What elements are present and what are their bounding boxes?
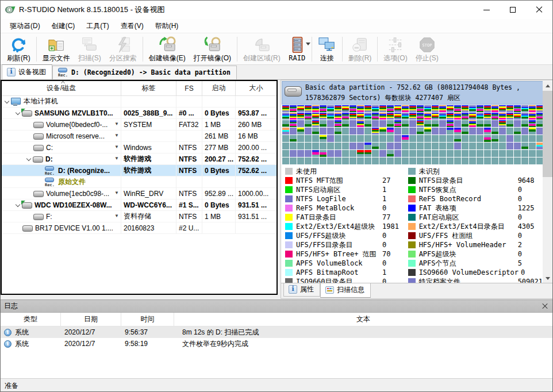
close-button[interactable]	[526, 1, 552, 19]
map-cell	[402, 150, 409, 157]
scan-button[interactable]: 扫描(S)	[74, 34, 105, 64]
map-cell	[409, 135, 416, 142]
map-cell	[484, 150, 491, 157]
create-region-button[interactable]: 创建区域(R)	[239, 34, 285, 64]
volume-dropdown-icon[interactable]: ▼	[114, 121, 119, 126]
tab-scan-info[interactable]: 扫描信息	[320, 283, 371, 298]
map-cell	[469, 157, 476, 164]
log-text-cell: 文件枚举在9秒内完成	[174, 338, 552, 349]
device-row[interactable]: WDC WD10EZEX-08W...WD-WCC6Y6...#1 S...0 …	[2, 199, 276, 211]
stop-button[interactable]: STOP 停止(S)	[412, 34, 443, 64]
column-header-size[interactable]: 大小	[236, 81, 276, 95]
column-header-fs[interactable]: FS	[176, 81, 202, 95]
show-files-button[interactable]: 显示文件	[39, 34, 74, 64]
legend-count: 1	[382, 186, 386, 194]
map-cell	[462, 120, 468, 127]
legend-swatch	[408, 214, 416, 221]
map-cell	[327, 135, 334, 142]
map-cell	[394, 143, 401, 149]
map-cell	[342, 157, 349, 164]
log-close-button[interactable]	[541, 302, 549, 310]
volume-dropdown-icon[interactable]: ▼	[114, 213, 119, 218]
device-row[interactable]: 本地计算机	[2, 96, 276, 107]
device-name: D:	[45, 155, 53, 163]
scan-legend: 未使用NTFS MFT范围27NTFS启动扇区1NTFS LogFile1ReF…	[282, 164, 544, 283]
map-cell	[499, 150, 506, 157]
device-row[interactable]: D:▼软件游戏NTFS200.27 ...752.62 ...	[2, 153, 276, 165]
map-cell	[350, 105, 356, 112]
device-row[interactable]: SAMSUNG MZVLB1T0...0025_388B_9...#0 ...0…	[2, 107, 276, 119]
raid-button[interactable]: RAID	[285, 34, 310, 64]
scrollbar[interactable]	[543, 81, 552, 283]
tab-device-view[interactable]: 设备视图	[2, 64, 52, 79]
device-row[interactable]: F:▼资料存储NTFS1 MB931.51 ...	[2, 211, 276, 222]
minimize-button[interactable]	[473, 1, 500, 19]
delete-button[interactable]: 删除(R)	[344, 34, 376, 64]
column-header-boot[interactable]: 启动	[202, 81, 236, 95]
window-controls	[473, 1, 552, 19]
device-row[interactable]: BR17 DEVICE V1.00 1....20160823#2 U...	[2, 222, 276, 234]
scroll-up-icon[interactable]	[543, 81, 552, 91]
toolbar-separator	[312, 37, 312, 62]
stop-icon: STOP	[418, 36, 436, 54]
scrollbar-thumb[interactable]	[543, 91, 552, 177]
log-row[interactable]: 系统2020/12/79:58:19文件枚举在9秒内完成	[1, 338, 552, 349]
map-cell	[364, 143, 371, 149]
menu-create[interactable]: 创建(C)	[46, 20, 81, 33]
column-header-device[interactable]: 设备/磁盘	[2, 81, 121, 95]
scan-block-map[interactable]	[282, 105, 544, 164]
create-image-button[interactable]: 创建镜像(E)	[145, 34, 190, 64]
map-cell	[379, 135, 386, 142]
log-type-cell: 系统	[1, 338, 61, 349]
legend-row: APFS VolumeBlock0	[285, 259, 408, 268]
log-column-type[interactable]: 类型	[1, 313, 61, 326]
tab-partition-view[interactable]: Rec. D: (Recognized0) -> Basic data part…	[52, 66, 237, 79]
device-row[interactable]: Volume{1ecb0c98-...▼WinRE_DRVNTFS952.89 …	[2, 188, 276, 199]
map-cell	[402, 157, 409, 164]
partition-search-button[interactable]: 分区搜索	[105, 34, 141, 64]
menu-tools[interactable]: 工具(T)	[80, 20, 114, 33]
map-cell	[521, 143, 528, 149]
legend-row: UFS/FFS目录条目0	[285, 240, 408, 249]
volume-dropdown-icon[interactable]: ▼	[114, 156, 119, 161]
scroll-down-icon[interactable]	[543, 274, 552, 283]
map-cell	[357, 143, 364, 149]
raid-label: RAID	[289, 54, 305, 63]
menu-help[interactable]: 帮助(H)	[149, 20, 185, 33]
map-cell	[364, 113, 371, 120]
computer-icon	[11, 97, 21, 106]
map-cell	[372, 157, 379, 164]
volume-dropdown-icon[interactable]: ▼	[114, 144, 119, 149]
connect-button[interactable]: 连接	[314, 34, 340, 64]
map-cell	[342, 120, 349, 127]
map-cell	[297, 157, 304, 164]
log-row[interactable]: 系统2020/12/79:56:378m 12s 的 D: 扫描已完成	[1, 326, 552, 338]
device-row[interactable]: Rec.D: (Recognize...软件游戏NTFS0 Bytes752.6…	[2, 165, 276, 176]
options-button[interactable]: 选项(O)	[379, 34, 411, 64]
raid-dropdown-icon[interactable]	[306, 43, 310, 45]
tab-properties[interactable]: 属性	[283, 283, 320, 297]
menu-drive[interactable]: 驱动器(D)	[4, 20, 46, 33]
device-row[interactable]: Microsoft reserve...▼261 MB16 MB	[2, 130, 276, 142]
volume-dropdown-icon[interactable]: ▼	[114, 190, 119, 195]
expand-caret-icon[interactable]	[26, 156, 33, 162]
expand-caret-icon[interactable]	[4, 99, 11, 105]
legend-count: 1225	[518, 204, 535, 212]
log-column-text[interactable]: 文本	[174, 313, 552, 326]
menu-view[interactable]: 查看(V)	[115, 20, 149, 33]
map-cell	[297, 105, 304, 112]
log-column-time[interactable]: 时间	[121, 313, 174, 326]
cell-label: 资料存储	[121, 211, 176, 222]
open-image-button[interactable]: 打开镜像(O)	[190, 34, 235, 64]
device-row[interactable]: Rec.原始文件	[2, 176, 276, 188]
refresh-button[interactable]: 刷新(R)	[3, 34, 34, 64]
map-cell	[499, 105, 506, 112]
device-row[interactable]: Volume{0bedecf0-...▼SYSTEMFAT321 MB260 M…	[2, 119, 276, 130]
legend-row: NTFS启动扇区1	[285, 185, 408, 194]
column-header-label[interactable]: 标签	[121, 81, 176, 95]
maximize-button[interactable]	[500, 1, 526, 19]
log-column-date[interactable]: 日期	[61, 313, 121, 326]
volume-dropdown-icon[interactable]: ▼	[114, 133, 119, 138]
device-row[interactable]: C:▼WindowsNTFS277 MB200.00 ...	[2, 142, 276, 153]
map-cell	[447, 135, 454, 142]
